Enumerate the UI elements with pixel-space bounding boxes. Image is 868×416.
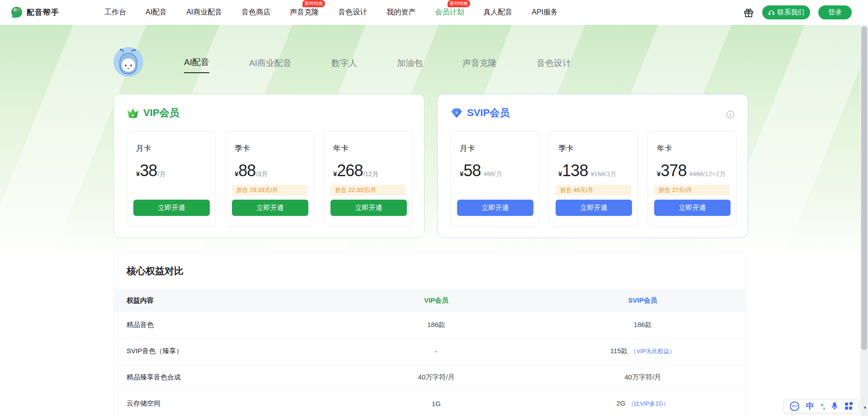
nav-ai-dubbing[interactable]: AI配音 bbox=[146, 8, 167, 17]
app-logo[interactable]: 配音帮手 bbox=[11, 6, 59, 19]
svip-plan-monthly: 月卡 ¥58 ¥68/月 立即开通 bbox=[450, 131, 539, 226]
contact-us-button[interactable]: 联系我们 bbox=[762, 5, 810, 19]
original-price: ¥68/月 bbox=[483, 170, 502, 178]
svip-note: （比VIP多1G） bbox=[628, 400, 669, 407]
activate-now-button[interactable]: 立即开通 bbox=[654, 200, 731, 216]
language-mode-icon[interactable]: 中 bbox=[806, 401, 814, 411]
tab-booster-pack[interactable]: 加油包 bbox=[397, 57, 423, 73]
page: 配音帮手 工作台 AI配音 AI商业配音 音色商店 声音克隆 限时特惠 音色设计… bbox=[0, 0, 868, 416]
plan-tabs: AI配音 AI商业配音 数字人 加油包 声音克隆 音色设计 bbox=[184, 56, 571, 73]
tab-ai-dubbing[interactable]: AI配音 bbox=[184, 56, 209, 73]
nav-workbench[interactable]: 工作台 bbox=[104, 8, 126, 17]
nav-my-assets[interactable]: 我的资产 bbox=[387, 8, 415, 17]
comparison-table: 权益内容 VIP会员 SVIP会员 精品音色 186款 186款 SVIP音色（… bbox=[114, 289, 746, 416]
ime-collapse-caret[interactable]: ▾ bbox=[863, 405, 866, 411]
svip-card: s SVIP会员 i 月卡 ¥58 ¥68/月 立即开通 季卡 bbox=[437, 94, 748, 238]
per-month-badge: 折合 27元/月 bbox=[654, 185, 730, 196]
crown-icon: v bbox=[127, 107, 139, 119]
top-header: 配音帮手 工作台 AI配音 AI商业配音 音色商店 声音克隆 限时特惠 音色设计… bbox=[0, 0, 868, 25]
mascot-avatar[interactable] bbox=[113, 47, 143, 77]
activate-now-button[interactable]: 立即开通 bbox=[457, 200, 533, 216]
tab-voice-design[interactable]: 音色设计 bbox=[537, 57, 571, 73]
svg-text:s: s bbox=[455, 110, 458, 115]
login-button[interactable]: 登录 bbox=[818, 5, 852, 19]
vip-plan-monthly: 月卡 ¥38/月 立即开通 bbox=[127, 131, 216, 226]
table-row: 精品臻享音色合成 40万字符/月 40万字符/月 bbox=[114, 365, 746, 391]
ime-toolbar: iFLY 中 °, bbox=[783, 399, 859, 413]
activate-now-button[interactable]: 立即开通 bbox=[133, 200, 210, 216]
per-month-badge: 折合 29.33元/月 bbox=[232, 185, 307, 196]
main-nav: 工作台 AI配音 AI商业配音 音色商店 声音克隆 限时特惠 音色设计 我的资产… bbox=[104, 8, 558, 17]
punctuation-icon[interactable]: °, bbox=[821, 402, 824, 410]
scrollbar-thumb[interactable] bbox=[861, 26, 867, 350]
price: ¥268/12月 bbox=[333, 161, 408, 180]
svip-note: （VIP无此权益） bbox=[631, 348, 675, 355]
activate-now-button[interactable]: 立即开通 bbox=[556, 200, 632, 216]
nav-api-service[interactable]: API服务 bbox=[532, 8, 558, 17]
nav-voice-clone[interactable]: 声音克隆 限时特惠 bbox=[290, 8, 319, 17]
vip-card: v VIP会员 月卡 ¥38/月 立即开通 季卡 ¥88/3月 bbox=[113, 94, 425, 238]
page-scrollbar[interactable] bbox=[860, 25, 868, 416]
nav-ai-commercial-dubbing[interactable]: AI商业配音 bbox=[186, 8, 222, 17]
activate-now-button[interactable]: 立即开通 bbox=[232, 200, 308, 216]
content-area: AI配音 AI商业配音 数字人 加油包 声音克隆 音色设计 v VIP会员 月卡 bbox=[0, 25, 860, 416]
original-price: ¥468/12+2月 bbox=[689, 170, 726, 178]
ifly-logo-icon[interactable]: iFLY bbox=[790, 402, 799, 411]
price: ¥58 ¥68/月 bbox=[460, 161, 534, 180]
diamond-icon: s bbox=[450, 107, 463, 119]
gift-icon[interactable] bbox=[743, 7, 754, 18]
vip-plan-quarterly: 季卡 ¥88/3月 折合 29.33元/月 立即开通 bbox=[225, 131, 314, 226]
apps-grid-icon[interactable] bbox=[845, 402, 852, 410]
svg-text:v: v bbox=[132, 113, 134, 117]
parrot-logo-icon bbox=[11, 6, 23, 19]
tab-ai-commercial-dubbing[interactable]: AI商业配音 bbox=[249, 57, 292, 73]
microphone-icon[interactable] bbox=[831, 402, 838, 410]
original-price: ¥158/3月 bbox=[590, 170, 616, 178]
header-right: 联系我们 登录 bbox=[743, 0, 852, 25]
svip-card-title: s SVIP会员 bbox=[450, 106, 509, 120]
nav-voice-design[interactable]: 音色设计 bbox=[338, 8, 367, 17]
table-row: SVIP音色（臻享） - 115款（VIP无此权益） bbox=[114, 338, 746, 365]
vip-plan-yearly: 年卡 ¥268/12月 折合 22.33元/月 立即开通 bbox=[324, 131, 413, 226]
price: ¥138 ¥158/3月 bbox=[558, 161, 633, 180]
limited-offer-badge: 限时特惠 bbox=[448, 0, 470, 7]
tab-digital-human[interactable]: 数字人 bbox=[331, 57, 357, 73]
table-row: 精品音色 186款 186款 bbox=[114, 312, 746, 338]
nav-membership-plan[interactable]: 会员计划 限时特惠 bbox=[435, 8, 464, 17]
nav-voice-store[interactable]: 音色商店 bbox=[241, 8, 270, 17]
svip-plan-quarterly: 季卡 ¥138 ¥158/3月 折合 46元/月 立即开通 bbox=[549, 131, 638, 226]
per-month-badge: 折合 22.33元/月 bbox=[330, 185, 406, 196]
vip-card-title: v VIP会员 bbox=[127, 106, 179, 120]
headset-icon bbox=[768, 9, 775, 16]
table-row: 云存储空间 1G 2G（比VIP多1G） bbox=[114, 391, 746, 416]
price: ¥378 ¥468/12+2月 bbox=[657, 161, 731, 180]
price: ¥38/月 bbox=[136, 161, 211, 180]
svip-plan-yearly: 年卡 ¥378 ¥468/12+2月 折合 27元/月 立即开通 bbox=[647, 131, 736, 226]
tab-voice-clone[interactable]: 声音克隆 bbox=[462, 57, 497, 73]
logo-text: 配音帮手 bbox=[27, 7, 59, 18]
comparison-title: 核心权益对比 bbox=[127, 265, 184, 277]
vip-plans: 月卡 ¥38/月 立即开通 季卡 ¥88/3月 折合 29.33元/月 立即开通 bbox=[127, 131, 413, 226]
per-month-badge: 折合 46元/月 bbox=[556, 185, 631, 196]
activate-now-button[interactable]: 立即开通 bbox=[330, 200, 407, 216]
limited-offer-badge: 限时特惠 bbox=[302, 0, 325, 7]
svip-plans: 月卡 ¥58 ¥68/月 立即开通 季卡 ¥138 ¥158/3月 折合 46元… bbox=[450, 131, 736, 226]
benefits-comparison-card: 核心权益对比 权益内容 VIP会员 SVIP会员 精品音色 186款 186款 … bbox=[113, 252, 746, 416]
table-header-row: 权益内容 VIP会员 SVIP会员 bbox=[114, 289, 746, 312]
nav-human-dubbing[interactable]: 真人配音 bbox=[483, 8, 512, 17]
price: ¥88/3月 bbox=[235, 161, 309, 180]
info-icon[interactable]: i bbox=[726, 111, 734, 118]
